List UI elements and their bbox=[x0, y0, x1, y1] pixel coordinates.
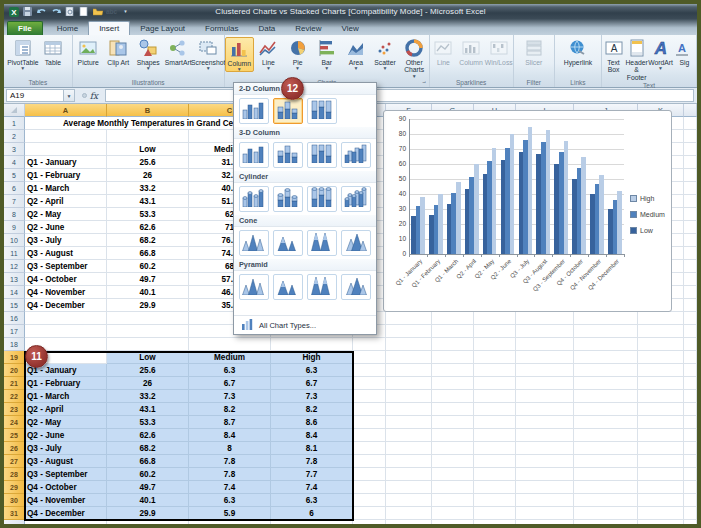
cell[interactable]: 8.1 bbox=[271, 442, 353, 455]
cell[interactable] bbox=[474, 364, 516, 377]
cell[interactable] bbox=[107, 130, 189, 143]
cell[interactable]: 7.7 bbox=[271, 468, 353, 481]
cell[interactable] bbox=[432, 520, 474, 524]
cell[interactable]: 43.1 bbox=[107, 403, 189, 416]
ribbon-button-line[interactable]: Line bbox=[430, 37, 458, 66]
cell[interactable]: 8 bbox=[189, 442, 271, 455]
ribbon-button-area[interactable]: Area▼ bbox=[341, 37, 370, 70]
row-header-17[interactable]: 17 bbox=[4, 325, 25, 338]
cell[interactable] bbox=[353, 520, 386, 524]
cell[interactable]: 62.6 bbox=[107, 221, 189, 234]
cell[interactable] bbox=[474, 325, 516, 338]
ribbon-button-table[interactable]: Table bbox=[38, 37, 68, 66]
cell[interactable] bbox=[474, 507, 516, 520]
cell[interactable] bbox=[638, 390, 684, 403]
cell[interactable] bbox=[638, 403, 684, 416]
cell[interactable] bbox=[574, 377, 638, 390]
cell[interactable] bbox=[432, 338, 474, 351]
cell[interactable] bbox=[432, 325, 474, 338]
cell[interactable] bbox=[25, 520, 107, 524]
cell[interactable] bbox=[107, 325, 189, 338]
cell[interactable] bbox=[474, 377, 516, 390]
cell[interactable] bbox=[638, 429, 684, 442]
cell[interactable] bbox=[474, 416, 516, 429]
cell[interactable]: Q1 - March bbox=[25, 390, 107, 403]
cell[interactable]: Q3 - July bbox=[25, 234, 107, 247]
cell[interactable] bbox=[516, 520, 574, 524]
cell[interactable] bbox=[386, 416, 432, 429]
cell[interactable] bbox=[516, 364, 574, 377]
ribbon-button-column[interactable]: Column▼ bbox=[225, 37, 254, 72]
cell[interactable] bbox=[684, 208, 697, 221]
tab-home[interactable]: Home bbox=[47, 21, 88, 35]
row-header-25[interactable]: 25 bbox=[4, 429, 25, 442]
cell[interactable]: 8.4 bbox=[189, 429, 271, 442]
cell[interactable] bbox=[353, 390, 386, 403]
dialog-launcher-icon[interactable]: ⌐ bbox=[420, 79, 428, 87]
cell[interactable] bbox=[189, 338, 271, 351]
cell[interactable]: 25.6 bbox=[107, 364, 189, 377]
cell[interactable]: Q1 - February bbox=[25, 377, 107, 390]
row-header-22[interactable]: 22 bbox=[4, 390, 25, 403]
cell[interactable]: 49.7 bbox=[107, 273, 189, 286]
cell[interactable] bbox=[353, 351, 386, 364]
cell[interactable] bbox=[432, 364, 474, 377]
cell[interactable] bbox=[353, 455, 386, 468]
cell[interactable] bbox=[638, 325, 684, 338]
gallery-item-3d-pyramid[interactable] bbox=[341, 274, 371, 300]
gallery-item-100-stacked-cylinder[interactable] bbox=[307, 186, 337, 212]
row-header-20[interactable]: 20 bbox=[4, 364, 25, 377]
cell[interactable] bbox=[574, 494, 638, 507]
cell[interactable] bbox=[353, 468, 386, 481]
column-header-a[interactable]: A bbox=[25, 104, 107, 117]
gallery-item-stacked-cone[interactable] bbox=[273, 230, 303, 256]
ribbon-button-clip-art[interactable]: Clip Art bbox=[103, 37, 133, 66]
cell[interactable] bbox=[684, 403, 697, 416]
cell[interactable]: 7.4 bbox=[189, 481, 271, 494]
cell[interactable] bbox=[574, 455, 638, 468]
cell[interactable] bbox=[684, 234, 697, 247]
cell[interactable] bbox=[432, 494, 474, 507]
cell[interactable] bbox=[353, 429, 386, 442]
cell[interactable] bbox=[474, 403, 516, 416]
gallery-item-3d-clustered-column[interactable] bbox=[239, 142, 269, 168]
row-header-4[interactable]: 4 bbox=[4, 156, 25, 169]
row-header-24[interactable]: 24 bbox=[4, 416, 25, 429]
cell[interactable] bbox=[574, 507, 638, 520]
cell[interactable]: Q2 - May bbox=[25, 416, 107, 429]
ribbon-button-smartart[interactable]: SmartArt bbox=[163, 37, 193, 66]
cell[interactable]: Medium bbox=[189, 351, 271, 364]
cell[interactable] bbox=[386, 507, 432, 520]
cell[interactable]: 62.6 bbox=[107, 429, 189, 442]
cell[interactable] bbox=[638, 377, 684, 390]
row-header-16[interactable]: 16 bbox=[4, 312, 25, 325]
cell[interactable]: 33.2 bbox=[107, 182, 189, 195]
cell[interactable] bbox=[516, 468, 574, 481]
cell[interactable] bbox=[684, 377, 697, 390]
cell[interactable] bbox=[574, 429, 638, 442]
row-header-2[interactable]: 2 bbox=[4, 130, 25, 143]
cell[interactable]: 40.1 bbox=[107, 286, 189, 299]
cell[interactable] bbox=[638, 481, 684, 494]
gallery-item-100-stacked-column[interactable] bbox=[307, 98, 337, 124]
cell[interactable] bbox=[107, 312, 189, 325]
ribbon-button-slicer[interactable]: Slicer bbox=[519, 37, 549, 66]
row-header-3[interactable]: 3 bbox=[4, 143, 25, 156]
ribbon-button-hyperlink[interactable]: Hyperlink bbox=[563, 37, 593, 66]
row-header-7[interactable]: 7 bbox=[4, 195, 25, 208]
tab-view[interactable]: View bbox=[332, 21, 369, 35]
cell[interactable] bbox=[25, 143, 107, 156]
cell[interactable] bbox=[574, 390, 638, 403]
cell[interactable]: 7.3 bbox=[271, 390, 353, 403]
cell[interactable] bbox=[386, 520, 432, 524]
cell[interactable] bbox=[684, 455, 697, 468]
cell[interactable] bbox=[684, 481, 697, 494]
gallery-item-clustered-column[interactable] bbox=[239, 98, 269, 124]
ribbon-button-wordart[interactable]: AWordArt▼ bbox=[648, 37, 673, 70]
gallery-item-clustered-cylinder[interactable] bbox=[239, 186, 269, 212]
cell[interactable] bbox=[684, 364, 697, 377]
cell[interactable] bbox=[638, 468, 684, 481]
cell[interactable] bbox=[638, 520, 684, 524]
cell[interactable]: Q2 - June bbox=[25, 221, 107, 234]
cell[interactable]: 8.2 bbox=[189, 403, 271, 416]
